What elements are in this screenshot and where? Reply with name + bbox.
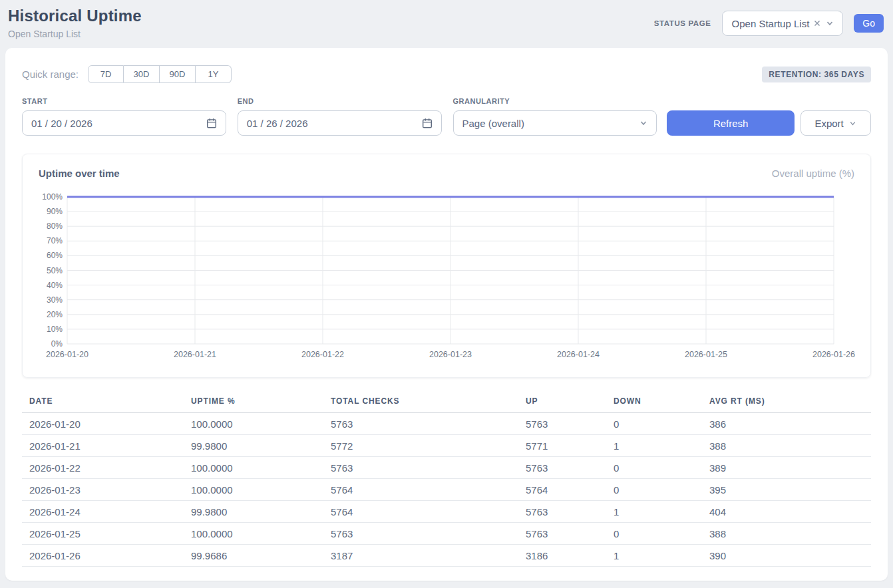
svg-text:70%: 70% bbox=[47, 236, 63, 245]
granularity-field-group: GRANULARITY Page (overall) bbox=[453, 97, 657, 136]
main-panel: Quick range: 7D30D90D1Y RETENTION: 365 D… bbox=[5, 48, 888, 581]
table-cell: 5763 bbox=[323, 457, 518, 479]
svg-text:60%: 60% bbox=[47, 251, 63, 260]
table-cell: 5764 bbox=[323, 479, 518, 501]
table-cell: 2026-01-24 bbox=[22, 501, 184, 523]
clear-icon[interactable] bbox=[813, 19, 821, 27]
table-row: 2026-01-2699.9686318731861390 bbox=[22, 545, 871, 567]
table-cell: 2026-01-25 bbox=[22, 523, 184, 545]
table-cell: 2026-01-22 bbox=[22, 457, 184, 479]
end-date-input[interactable]: 01 / 26 / 2026 bbox=[238, 110, 442, 136]
start-date-value: 01 / 20 / 2026 bbox=[31, 118, 92, 129]
table-cell: 3187 bbox=[323, 545, 518, 567]
table-cell: 3186 bbox=[518, 545, 606, 567]
table-cell: 1 bbox=[606, 501, 702, 523]
svg-text:2026-01-22: 2026-01-22 bbox=[301, 350, 344, 359]
table-cell: 100.0000 bbox=[184, 457, 323, 479]
export-button[interactable]: Export bbox=[801, 110, 871, 136]
table-cell: 0 bbox=[606, 479, 702, 501]
column-header: UP bbox=[518, 392, 606, 413]
status-page-label: STATUS PAGE bbox=[654, 19, 711, 27]
quick-range-7d-button[interactable]: 7D bbox=[88, 65, 124, 83]
quick-range-30d-button[interactable]: 30D bbox=[124, 65, 160, 83]
granularity-value: Page (overall) bbox=[462, 118, 524, 129]
status-page-value: Open Startup List bbox=[732, 18, 810, 29]
table-cell: 2026-01-20 bbox=[22, 413, 184, 435]
quick-range: Quick range: 7D30D90D1Y bbox=[22, 65, 232, 83]
column-header: UPTIME % bbox=[184, 392, 323, 413]
table-cell: 5763 bbox=[518, 501, 606, 523]
end-label: END bbox=[238, 97, 442, 105]
uptime-chart-card: Uptime over time Overall uptime (%) 0%10… bbox=[22, 154, 871, 378]
end-date-value: 01 / 26 / 2026 bbox=[247, 118, 308, 129]
column-header: DATE bbox=[22, 392, 184, 413]
svg-text:10%: 10% bbox=[47, 325, 63, 334]
quick-range-90d-button[interactable]: 90D bbox=[160, 65, 196, 83]
svg-text:2026-01-25: 2026-01-25 bbox=[685, 350, 727, 359]
table-cell: 389 bbox=[702, 457, 871, 479]
table-row: 2026-01-2199.9800577257711388 bbox=[22, 435, 871, 457]
svg-text:80%: 80% bbox=[47, 221, 63, 231]
status-page-combobox[interactable]: Open Startup List bbox=[722, 11, 844, 36]
granularity-label: GRANULARITY bbox=[453, 97, 657, 105]
table-row: 2026-01-2499.9800576457631404 bbox=[22, 501, 871, 523]
table-cell: 99.9800 bbox=[184, 435, 323, 457]
uptime-table: DATEUPTIME %TOTAL CHECKSUPDOWNAVG RT (MS… bbox=[22, 392, 871, 567]
table-cell: 0 bbox=[606, 523, 702, 545]
table-row: 2026-01-20100.0000576357630386 bbox=[22, 413, 871, 435]
start-label: START bbox=[22, 97, 226, 105]
table-row: 2026-01-25100.0000576357630388 bbox=[22, 523, 871, 545]
table-header-row: DATEUPTIME %TOTAL CHECKSUPDOWNAVG RT (MS… bbox=[22, 392, 871, 413]
chevron-down-icon bbox=[639, 118, 648, 128]
table-cell: 5763 bbox=[518, 523, 606, 545]
page-subtitle: Open Startup List bbox=[8, 29, 142, 39]
calendar-icon[interactable] bbox=[421, 117, 433, 129]
quick-range-1y-button[interactable]: 1Y bbox=[196, 65, 232, 83]
calendar-icon[interactable] bbox=[206, 117, 218, 129]
filter-row: START 01 / 20 / 2026 END 01 / 26 / 2026 … bbox=[22, 97, 871, 136]
table-cell: 2026-01-26 bbox=[22, 545, 184, 567]
chart-header: Uptime over time Overall uptime (%) bbox=[39, 166, 854, 180]
granularity-select[interactable]: Page (overall) bbox=[453, 110, 657, 136]
end-field-group: END 01 / 26 / 2026 bbox=[238, 97, 442, 136]
table-cell: 2026-01-23 bbox=[22, 479, 184, 501]
uptime-table-body: 2026-01-20100.00005763576303862026-01-21… bbox=[22, 413, 871, 567]
uptime-table-head: DATEUPTIME %TOTAL CHECKSUPDOWNAVG RT (MS… bbox=[22, 392, 871, 413]
page-header: Historical Uptime Open Startup List STAT… bbox=[0, 0, 893, 48]
table-cell: 0 bbox=[606, 413, 702, 435]
svg-text:100%: 100% bbox=[42, 192, 63, 202]
table-cell: 100.0000 bbox=[184, 523, 323, 545]
table-cell: 5772 bbox=[323, 435, 518, 457]
table-cell: 395 bbox=[702, 479, 871, 501]
table-cell: 390 bbox=[702, 545, 871, 567]
svg-text:50%: 50% bbox=[47, 266, 63, 275]
page-heading: Historical Uptime Open Startup List bbox=[8, 7, 142, 39]
table-cell: 5763 bbox=[518, 413, 606, 435]
table-cell: 386 bbox=[702, 413, 871, 435]
table-cell: 388 bbox=[702, 523, 871, 545]
quick-range-group: 7D30D90D1Y bbox=[88, 65, 232, 83]
chevron-down-icon bbox=[848, 119, 857, 128]
svg-text:2026-01-20: 2026-01-20 bbox=[46, 350, 89, 359]
svg-text:90%: 90% bbox=[47, 207, 63, 216]
chart-title: Uptime over time bbox=[39, 168, 120, 179]
svg-text:30%: 30% bbox=[47, 295, 63, 305]
table-cell: 5771 bbox=[518, 435, 606, 457]
svg-text:2026-01-21: 2026-01-21 bbox=[174, 350, 216, 359]
table-cell: 388 bbox=[702, 435, 871, 457]
table-cell: 5764 bbox=[518, 479, 606, 501]
table-cell: 5763 bbox=[323, 523, 518, 545]
table-row: 2026-01-23100.0000576457640395 bbox=[22, 479, 871, 501]
table-row: 2026-01-22100.0000576357630389 bbox=[22, 457, 871, 479]
refresh-button[interactable]: Refresh bbox=[667, 110, 795, 136]
svg-text:2026-01-26: 2026-01-26 bbox=[812, 350, 855, 359]
table-cell: 2026-01-21 bbox=[22, 435, 184, 457]
chart-legend: Overall uptime (%) bbox=[772, 168, 854, 179]
table-cell: 1 bbox=[606, 545, 702, 567]
svg-text:2026-01-24: 2026-01-24 bbox=[557, 350, 600, 359]
column-header: DOWN bbox=[606, 392, 702, 413]
start-date-input[interactable]: 01 / 20 / 2026 bbox=[22, 110, 226, 136]
quick-range-label: Quick range: bbox=[22, 69, 79, 80]
go-button[interactable]: Go bbox=[854, 14, 884, 33]
svg-text:0%: 0% bbox=[51, 339, 63, 349]
